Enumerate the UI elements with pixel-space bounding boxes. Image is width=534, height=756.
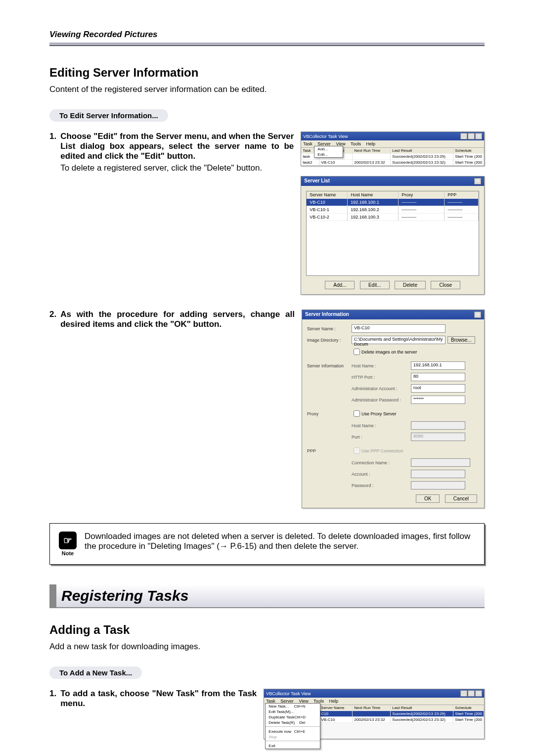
label-delete-images: Delete images on the server [361, 350, 417, 355]
table-row[interactable]: task2 VB-C10 2002/02/13 23:32 Succeeded(… [301, 160, 484, 166]
minimize-icon[interactable]: _ [460, 133, 467, 139]
col-host: Host Name [348, 191, 399, 199]
step-number: 1. [49, 689, 56, 709]
ppp-account-input [411, 470, 465, 478]
note-icon: ☞ [59, 532, 77, 549]
minimize-icon[interactable]: _ [460, 690, 467, 697]
task-dropdown: New Task...Ctrl+N Edit Task(M)... Duplic… [265, 703, 320, 749]
procedure-pill: To Edit Server Information... [49, 109, 168, 122]
menu-item-exit[interactable]: Exit [266, 743, 320, 749]
menu-item-add[interactable]: Add... [314, 146, 343, 152]
maximize-icon[interactable]: □ [468, 133, 475, 139]
menu-task[interactable]: Task [303, 141, 312, 146]
list-item[interactable]: VB-C10 192.168.100.1 ---------- --------… [307, 199, 479, 206]
menu-item-edit-task[interactable]: Edit Task(M)... [266, 709, 320, 714]
window-title: VBCollector Task View [266, 691, 311, 696]
label-image-dir: Image Directory : [307, 338, 352, 343]
col-ppp: PPP [445, 191, 479, 199]
note-box: ☞ Note Downloaded images are not deleted… [49, 523, 485, 565]
maximize-icon[interactable]: □ [468, 690, 475, 697]
server-dropdown: Add... Edit... [314, 146, 343, 158]
window-title: VBCollector Task View [303, 134, 348, 139]
chapter-header: Viewing Recorded Pictures [49, 30, 485, 40]
close-icon[interactable]: × [475, 690, 482, 697]
section-intro: Content of the registered server informa… [49, 85, 485, 94]
delete-button[interactable]: Delete [395, 281, 426, 289]
delete-images-checkbox[interactable] [354, 349, 360, 355]
label-ppp-section: PPP [307, 448, 352, 453]
label-proxy-port: Port : [352, 435, 411, 440]
col-nrt: Next Run Time [353, 148, 391, 154]
add-button[interactable]: Add... [325, 281, 355, 289]
step-text-normal: To delete a registered server, click the… [60, 163, 294, 173]
port-input[interactable]: 80 [411, 373, 465, 381]
edit-button[interactable]: Edit... [360, 281, 390, 289]
col-lr: Last Result [391, 705, 453, 711]
close-icon[interactable]: × [474, 311, 481, 318]
label-ppp-password: Password : [352, 483, 411, 488]
ppp-password-input [411, 481, 465, 489]
section-heading: Adding a Task [49, 623, 485, 637]
col-sch: Schedule [453, 148, 484, 154]
label-host: Host Name : [352, 363, 411, 368]
table-row[interactable]: VB-C10 2002/02/13 23:32 Succeeded(2002/0… [319, 717, 484, 723]
menu-item-duplicate-task[interactable]: Duplicate TaskCtrl+D [266, 714, 320, 720]
menu-tools[interactable]: Tools [351, 141, 361, 146]
page-number: 6-10 [49, 754, 485, 756]
note-text: Downloaded images are not deleted when a… [85, 532, 475, 556]
serverlist-dialog: Server List × Server Name Host Name Prox… [301, 176, 485, 295]
browse-button[interactable]: Browse... [447, 336, 475, 344]
table-row[interactable]: C10 Succeeded(2002/02/13 23:29) Start Ti… [319, 711, 484, 717]
note-label: Note [59, 550, 77, 556]
label-admin-password: Administrator Password : [352, 398, 411, 402]
menu-item-execute-now[interactable]: Execute nowCtrl+E [266, 729, 320, 734]
col-lr: Last Result [391, 148, 453, 154]
section-banner: Registering Tasks [49, 584, 485, 608]
label-admin-account: Administrator Account : [352, 386, 411, 391]
step-text-bold: As with the procedure for adding servers… [60, 310, 295, 329]
menu-help[interactable]: Help [329, 699, 339, 704]
col-name: Server Name [307, 191, 348, 199]
step-number: 1. [49, 132, 56, 173]
menu-item-delete-task[interactable]: Delete Task(R)Del [266, 720, 320, 725]
label-port: HTTP Port : [352, 375, 411, 380]
use-proxy-checkbox[interactable] [354, 410, 360, 417]
cancel-button[interactable]: Cancel [445, 494, 477, 503]
step-number: 2. [49, 310, 56, 329]
step-text-bold: To add a task, choose "New Task" from th… [60, 689, 257, 709]
proxy-host-input [411, 421, 465, 430]
list-item[interactable]: VB-C10-2 192.168.100.3 ---------- ------… [307, 214, 479, 221]
proxy-port-input: 8080 [411, 433, 465, 441]
close-icon[interactable]: × [474, 178, 481, 184]
admin-password-input[interactable]: ****** [411, 396, 465, 404]
use-ppp-checkbox [354, 447, 360, 454]
label-ppp-account: Account : [352, 472, 411, 477]
ok-button[interactable]: OK [416, 494, 440, 503]
close-button[interactable]: Close [431, 281, 460, 289]
procedure-pill: To Add a New Task... [49, 667, 142, 679]
close-icon[interactable]: × [475, 133, 482, 139]
label-proxy-host: Host Name : [352, 423, 411, 428]
menu-item-edit[interactable]: Edit... [314, 152, 343, 157]
label-serverinfo-section: Server Information [307, 363, 352, 368]
header-rule [49, 43, 485, 46]
menu-help[interactable]: Help [366, 141, 376, 146]
label-server-name: Server Name : [307, 326, 352, 331]
section-heading: Editing Server Information [49, 66, 485, 80]
admin-account-input[interactable]: root [411, 384, 465, 393]
serverinfo-dialog: Server Information × Server Name : VB-C1… [302, 310, 485, 508]
image-dir-input[interactable]: C:\Documents and Settings\Administrator\… [352, 336, 445, 344]
dialog-title: Server Information [305, 311, 349, 318]
server-name-input[interactable]: VB-C10 [352, 324, 445, 333]
label-proxy-section: Proxy [307, 411, 352, 416]
host-input[interactable]: 192.168.100.1 [411, 361, 465, 370]
label-use-ppp: Use PPP Connection [361, 448, 403, 453]
dialog-title: Server List [304, 178, 330, 184]
menu-item-new-task[interactable]: New Task...Ctrl+N [266, 704, 320, 709]
label-use-proxy: Use Proxy Server [361, 411, 397, 416]
menu-item-stop: Stop [266, 734, 320, 740]
taskview-window: VBCollector Task View _ □ × Task Server … [264, 689, 485, 739]
section-intro: Add a new task for downloading images. [49, 642, 485, 652]
col-server: Server Name [319, 705, 353, 711]
list-item[interactable]: VB-C10-1 192.168.100.2 ---------- ------… [307, 206, 479, 214]
